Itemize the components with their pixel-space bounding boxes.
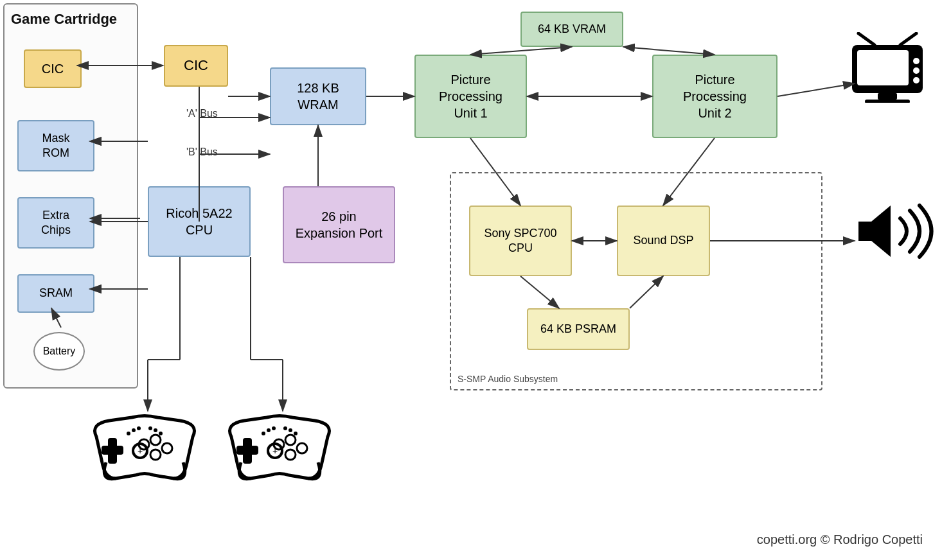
battery-box: Battery: [33, 332, 85, 371]
svg-point-19: [132, 428, 136, 432]
expansion-box: 26 pin Expansion Port: [283, 186, 395, 263]
svg-line-49: [470, 47, 572, 55]
cpu-box: Ricoh 5A22 CPU: [148, 186, 251, 257]
svg-line-1: [900, 33, 916, 45]
svg-point-15: [162, 443, 172, 453]
svg-point-18: [127, 432, 130, 435]
bus-a-label: 'A' Bus: [186, 108, 218, 119]
cic-main-box: CIC: [164, 45, 228, 87]
sound-dsp-box: Sound DSP: [617, 206, 710, 276]
copyright: copetti.org © Rodrigo Copetti: [757, 532, 923, 547]
bus-b-label: 'B' Bus: [186, 146, 218, 158]
svg-point-32: [262, 432, 265, 435]
cartridge-container: Game Cartridge CIC Mask ROM Extra Chips …: [3, 3, 138, 389]
tv-icon: [846, 32, 929, 103]
svg-point-4: [913, 58, 920, 64]
ssmp-container: S-SMP Audio Subsystem: [450, 172, 822, 390]
controller2-icon: +: [218, 405, 341, 488]
speaker-icon: [852, 199, 936, 263]
psram-box: 64 KB PSRAM: [527, 308, 630, 350]
svg-point-20: [137, 426, 141, 430]
svg-marker-9: [858, 206, 891, 257]
cic-cart-box: CIC: [24, 49, 82, 88]
svg-point-33: [267, 428, 271, 432]
sram-box: SRAM: [17, 274, 94, 313]
svg-point-30: [285, 450, 296, 460]
svg-point-21: [148, 426, 152, 430]
svg-line-0: [858, 33, 875, 45]
svg-rect-11: [102, 446, 123, 455]
vram-box: 64 KB VRAM: [520, 12, 623, 47]
svg-point-5: [913, 67, 920, 74]
ppu1-box: Picture Processing Unit 1: [414, 55, 527, 138]
extra-chips-box: Extra Chips: [17, 197, 94, 249]
svg-line-48: [778, 83, 855, 96]
ssmp-label: S-SMP Audio Subsystem: [458, 374, 558, 384]
svg-point-22: [154, 428, 157, 432]
sony-cpu-box: Sony SPC700 CPU: [469, 206, 572, 276]
svg-point-23: [159, 432, 163, 435]
svg-rect-25: [236, 446, 258, 455]
diagram: Game Cartridge CIC Mask ROM Extra Chips …: [0, 0, 942, 560]
ppu2-box: Picture Processing Unit 2: [652, 55, 778, 138]
svg-rect-8: [865, 100, 910, 103]
controller1-icon: +: [84, 405, 206, 488]
svg-point-28: [285, 435, 296, 445]
svg-point-14: [150, 435, 161, 445]
svg-point-6: [913, 77, 920, 83]
svg-rect-7: [878, 93, 897, 100]
svg-point-16: [150, 450, 161, 460]
cartridge-label: Game Cartridge: [11, 11, 117, 28]
svg-point-29: [297, 443, 307, 453]
mask-rom-box: Mask ROM: [17, 120, 94, 171]
wram-box: 128 KB WRAM: [270, 67, 366, 125]
svg-rect-3: [857, 50, 909, 85]
svg-point-35: [283, 426, 287, 430]
svg-point-37: [294, 432, 298, 435]
svg-line-50: [623, 47, 715, 55]
svg-point-36: [289, 428, 292, 432]
svg-point-34: [272, 426, 276, 430]
